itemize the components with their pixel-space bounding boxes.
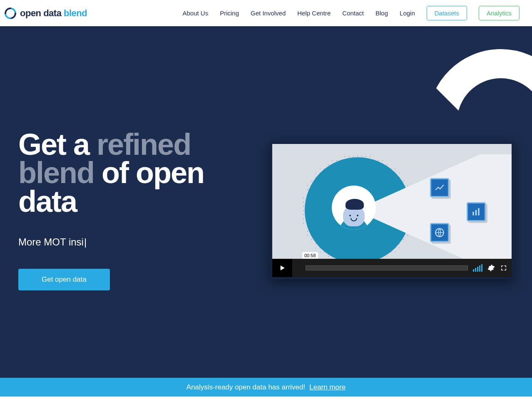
analytics-button[interactable]: Analytics	[479, 6, 520, 20]
primary-nav: About Us Pricing Get Involved Help Centr…	[183, 6, 520, 20]
banner-learn-more-link[interactable]: Learn more	[309, 383, 346, 392]
video-progress-track[interactable]	[306, 265, 468, 270]
fullscreen-icon[interactable]	[500, 264, 507, 272]
hero-left-column: Get a refined blend of open data More MO…	[18, 130, 251, 290]
nav-blog[interactable]: Blog	[375, 10, 388, 17]
nav-about[interactable]: About Us	[183, 10, 209, 17]
svg-rect-1	[475, 210, 477, 215]
video-controls: 00:58	[272, 259, 512, 277]
announcement-banner: Analysis-ready open data has arrived! Le…	[0, 378, 532, 397]
settings-icon[interactable]	[487, 264, 495, 272]
nav-pricing[interactable]: Pricing	[220, 10, 239, 17]
nav-contact[interactable]: Contact	[342, 10, 364, 17]
logo-icon	[4, 7, 17, 20]
svg-rect-2	[478, 208, 479, 215]
globe-icon	[430, 223, 449, 242]
banner-text: Analysis-ready open data has arrived!	[186, 383, 305, 392]
play-button[interactable]	[272, 259, 292, 277]
svg-rect-0	[472, 212, 474, 216]
datasets-button[interactable]: Datasets	[427, 6, 467, 20]
video-timestamp: 00:58	[302, 252, 318, 259]
brand-text-accent: blend	[64, 8, 87, 18]
brand-text-dark: open data	[20, 8, 61, 18]
get-open-data-button[interactable]: Get open data	[18, 269, 110, 290]
chart-line-icon	[430, 178, 449, 197]
hero-subline: More MOT insi	[18, 236, 251, 248]
nav-involved[interactable]: Get Involved	[251, 10, 286, 17]
intro-video[interactable]: 00:58	[270, 142, 514, 279]
nav-help[interactable]: Help Centre	[297, 10, 331, 17]
hero-headline: Get a refined blend of open data	[18, 130, 251, 216]
site-header: open data blend About Us Pricing Get Inv…	[0, 0, 532, 26]
chart-bar-icon	[467, 202, 486, 221]
nav-login[interactable]: Login	[400, 10, 415, 17]
hero-section: Get a refined blend of open data More MO…	[0, 26, 532, 378]
volume-icon[interactable]	[473, 264, 482, 272]
brand-logo[interactable]: open data blend	[4, 7, 87, 20]
brand-text: open data blend	[20, 8, 87, 19]
